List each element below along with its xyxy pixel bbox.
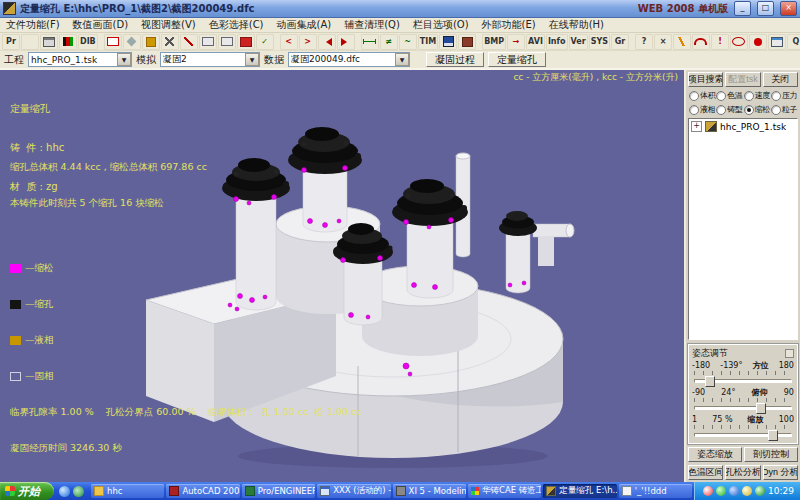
lightning-button[interactable] <box>673 34 691 50</box>
alert-button[interactable]: ! <box>711 34 729 50</box>
avi-export-button[interactable]: AVI <box>526 34 545 50</box>
close-panel-button[interactable]: 关闭 <box>763 72 798 87</box>
cut-button[interactable] <box>161 34 179 50</box>
task-xi5[interactable]: XI 5 - Modeling ... <box>393 484 466 498</box>
zoom-button[interactable]: Q <box>787 34 800 50</box>
blank-button[interactable] <box>21 34 39 50</box>
menu-help[interactable]: 在线帮助(H) <box>549 18 604 32</box>
wave-button[interactable]: ~ <box>399 34 417 50</box>
arrow-button[interactable]: → <box>507 34 525 50</box>
porosity-analysis-button[interactable]: 孔松分析 <box>725 465 760 480</box>
tray-volume-icon[interactable] <box>755 486 765 496</box>
project-combo[interactable]: hhc_PRO_1.tsk ▼ <box>28 52 132 67</box>
task-quantitative-shrink[interactable]: 定量缩孔 E:\h... <box>543 484 616 498</box>
radio-pressure[interactable]: 压力 <box>771 90 797 101</box>
ie-icon[interactable] <box>59 486 70 497</box>
config-tsk-button[interactable]: 配置tsk <box>725 72 760 87</box>
help-button[interactable]: ? <box>635 34 653 50</box>
graph-button[interactable]: Gr <box>611 34 629 50</box>
range-button[interactable] <box>361 34 379 50</box>
tree-expand-icon[interactable]: + <box>691 121 702 132</box>
red-dot-button[interactable] <box>749 34 767 50</box>
task-xxx[interactable]: XXX (活动的) - P... <box>317 484 390 498</box>
tray-msn-icon[interactable] <box>729 486 739 496</box>
pose-zoom-button[interactable]: 姿态缩放 <box>688 447 742 462</box>
tree-item-project[interactable]: + hhc_PRO_1.tsk <box>691 121 795 132</box>
delete-button[interactable]: × <box>654 34 672 50</box>
tim-button[interactable]: TIM <box>418 34 438 50</box>
pitch-thumb[interactable] <box>756 403 766 414</box>
pose-pin-icon[interactable] <box>785 349 794 358</box>
globe-icon[interactable] <box>73 486 84 497</box>
step-back-button[interactable] <box>318 34 336 50</box>
ellipse-button[interactable] <box>730 34 748 50</box>
not-equal-button[interactable]: ≠ <box>380 34 398 50</box>
quantitative-shrink-button[interactable]: 定量缩孔 <box>488 52 546 67</box>
fill-button[interactable] <box>142 34 160 50</box>
redo-button[interactable] <box>692 34 710 50</box>
azimuth-track[interactable] <box>694 375 792 386</box>
tray-qq-icon[interactable] <box>703 486 713 496</box>
version-button[interactable]: Ver <box>569 34 588 50</box>
menu-color-select[interactable]: 色彩选择(C) <box>209 18 264 32</box>
maximize-button[interactable]: □ <box>757 1 774 16</box>
image-button[interactable] <box>237 34 255 50</box>
radio-shrink-porosity[interactable]: 缩松 <box>744 104 770 115</box>
menu-options[interactable]: 栏目选项(O) <box>413 18 469 32</box>
radio-particle[interactable]: 粒子 <box>771 104 797 115</box>
menu-view-adjust[interactable]: 视图调整(V) <box>141 18 196 32</box>
draw-button[interactable] <box>180 34 198 50</box>
task-proe[interactable]: Pro/ENGINEER Wil... <box>242 484 315 498</box>
radio-volume[interactable]: 体积 <box>689 90 715 101</box>
task-notepad[interactable]: '_'!!ddd <box>619 484 692 498</box>
azimuth-thumb[interactable] <box>705 376 715 387</box>
start-button[interactable]: 开始 <box>0 482 54 500</box>
zoom-thumb[interactable] <box>768 430 778 441</box>
tray-update-icon[interactable] <box>742 486 752 496</box>
system-button[interactable]: SYS <box>589 34 610 50</box>
prev-frame-button[interactable]: < <box>280 34 298 50</box>
save-button[interactable] <box>439 34 457 50</box>
menu-check-clean[interactable]: 辅查清理(Q) <box>344 18 400 32</box>
radio-mold[interactable]: 铸型 <box>716 104 742 115</box>
notebook-button[interactable] <box>458 34 476 50</box>
mail2-button[interactable] <box>218 34 236 50</box>
color-bars-button[interactable] <box>59 34 77 50</box>
radio-liquid[interactable]: 液相 <box>689 104 715 115</box>
print-preview-button[interactable]: Pr <box>2 34 20 50</box>
zoom-track[interactable] <box>694 429 792 440</box>
dyn-analysis-button[interactable]: Dyn 分析 <box>763 465 798 480</box>
step-forward-button[interactable] <box>337 34 355 50</box>
task-autocad[interactable]: AutoCAD 2008 - [... <box>166 484 239 498</box>
next-frame-button[interactable]: > <box>299 34 317 50</box>
confirm-button[interactable]: ✓ <box>256 34 274 50</box>
minimize-button[interactable]: _ <box>734 1 751 16</box>
task-folder-hhc[interactable]: hhc <box>91 484 164 498</box>
solidify-process-button[interactable]: 凝固过程 <box>426 52 484 67</box>
section-cut-button[interactable]: 剖切控制 <box>744 447 798 462</box>
info-button[interactable]: Info <box>546 34 568 50</box>
project-search-button[interactable]: 项目搜索 <box>688 72 723 87</box>
menu-external[interactable]: 外部功能(E) <box>482 18 536 32</box>
pitch-track[interactable] <box>694 402 792 413</box>
close-button[interactable]: × <box>780 1 797 16</box>
menu-numeric-view[interactable]: 数值画面(D) <box>73 18 129 32</box>
menu-file[interactable]: 文件功能(F) <box>6 18 60 32</box>
window-button[interactable] <box>768 34 786 50</box>
radio-velocity[interactable]: 速度 <box>744 90 770 101</box>
dib-button[interactable]: DIB <box>78 34 98 50</box>
select-rect-button[interactable] <box>104 34 122 50</box>
task-huazhu-cae[interactable]: 华铸CAE 铸造工艺 ... <box>468 484 541 498</box>
mail-button[interactable] <box>199 34 217 50</box>
chevron-down-icon[interactable]: ▼ <box>395 53 409 66</box>
bmp-export-button[interactable]: BMP <box>482 34 506 50</box>
viewport-3d[interactable]: 定量缩孔 铸 件 : hhc 材 质 : zg cc - 立方厘米(毫升) , … <box>0 70 684 482</box>
color-range-button[interactable]: 色温区间 <box>688 465 723 480</box>
simulation-combo[interactable]: 凝固2 ▼ <box>160 52 260 67</box>
tray-shield-icon[interactable] <box>716 486 726 496</box>
data-combo[interactable]: 凝固200049.dfc ▼ <box>288 52 410 67</box>
radio-color-temp[interactable]: 色温 <box>716 90 742 101</box>
chevron-down-icon[interactable]: ▼ <box>245 53 259 66</box>
menu-animation[interactable]: 动画集成(A) <box>277 18 332 32</box>
chevron-down-icon[interactable]: ▼ <box>117 53 131 66</box>
